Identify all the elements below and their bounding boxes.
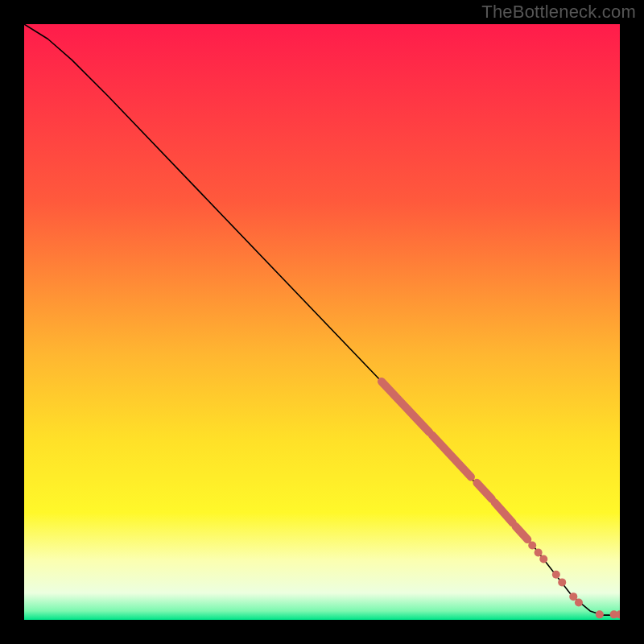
watermark-text: TheBottleneck.com (481, 2, 636, 23)
highlighted-dots-2 (539, 555, 547, 564)
highlighted-dots-4 (558, 578, 566, 586)
highlighted-dots-5 (569, 592, 577, 601)
highlighted-dots-6 (575, 599, 583, 607)
highlighted-dots-3 (552, 571, 560, 579)
chart-svg (24, 24, 620, 620)
plot-area (24, 24, 620, 620)
chart-stage: TheBottleneck.com (0, 0, 644, 644)
highlighted-dots-0 (528, 542, 536, 550)
highlighted-dots-1 (535, 548, 543, 556)
highlighted-dots-7 (596, 610, 604, 618)
gradient-background (24, 24, 620, 620)
